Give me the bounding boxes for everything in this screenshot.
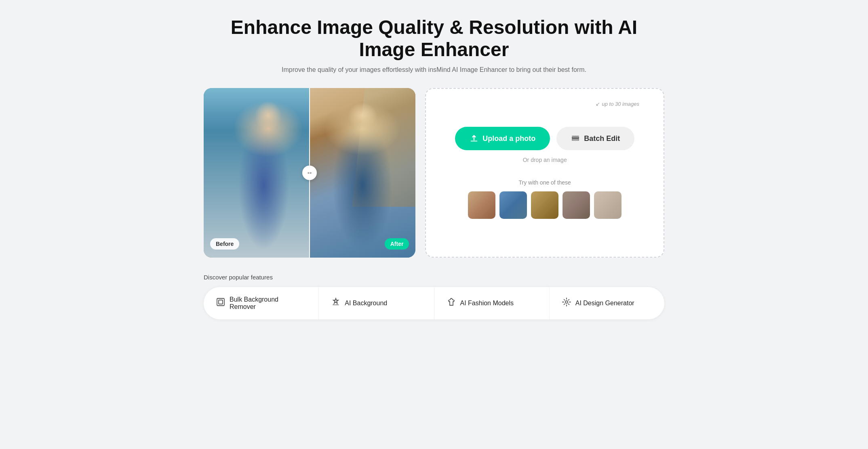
- sample-image-2[interactable]: [499, 191, 527, 219]
- title-line1: Enhance Image Quality & Resolution with …: [231, 17, 637, 38]
- bulk-bg-icon: [216, 297, 225, 309]
- svg-rect-1: [572, 138, 579, 139]
- feature-label-fashion: AI Fashion Models: [460, 300, 514, 307]
- page-title: Enhance Image Quality & Resolution with …: [204, 16, 664, 61]
- batch-edit-button[interactable]: Batch Edit: [556, 127, 634, 150]
- svg-rect-4: [217, 298, 224, 306]
- after-image: [310, 88, 415, 258]
- upload-icon: [470, 134, 478, 143]
- before-after-container: ↔ Before After: [204, 88, 415, 258]
- features-label: Discover popular features: [204, 274, 664, 281]
- sample-image-5[interactable]: [594, 191, 622, 219]
- divider-handle[interactable]: ↔: [302, 166, 317, 180]
- after-label: After: [385, 238, 409, 250]
- feature-ai-fashion[interactable]: AI Fashion Models: [434, 287, 550, 319]
- svg-rect-3: [572, 139, 579, 141]
- feature-ai-background[interactable]: AI Background: [319, 287, 434, 319]
- feature-ai-design[interactable]: AI Design Generator: [550, 287, 664, 319]
- svg-rect-5: [219, 300, 223, 304]
- svg-rect-2: [572, 136, 579, 137]
- feature-label-aibg: AI Background: [345, 300, 387, 307]
- main-content: ↔ Before After up to 30 images Upload a …: [204, 88, 664, 258]
- feature-bulk-bg-remover[interactable]: Bulk Background Remover: [204, 287, 319, 319]
- title-line2: Image Enhancer: [359, 39, 509, 60]
- feature-label-bulk: Bulk Background Remover: [230, 296, 306, 311]
- stack-icon: [571, 134, 580, 143]
- sample-image-4[interactable]: [563, 191, 590, 219]
- upload-photo-button[interactable]: Upload a photo: [455, 127, 550, 150]
- page-subtitle: Improve the quality of your images effor…: [204, 66, 664, 73]
- ai-bg-icon: [331, 297, 341, 309]
- upload-buttons: Upload a photo Batch Edit: [455, 127, 634, 150]
- drop-text: Or drop an image: [523, 157, 567, 163]
- try-text: Try with one of these: [518, 179, 571, 186]
- features-grid: Bulk Background Remover AI Background: [204, 287, 664, 319]
- up-to-label: up to 30 images: [596, 101, 639, 107]
- sample-image-1[interactable]: [468, 191, 495, 219]
- before-image: [204, 88, 310, 258]
- svg-point-6: [565, 301, 568, 303]
- upload-area: up to 30 images Upload a photo Batch: [425, 88, 664, 258]
- feature-label-design: AI Design Generator: [575, 300, 634, 307]
- ai-fashion-icon: [447, 297, 456, 309]
- before-label: Before: [210, 238, 239, 250]
- svg-rect-0: [471, 141, 478, 142]
- page-wrapper: Enhance Image Quality & Resolution with …: [204, 16, 664, 319]
- sample-images: [468, 191, 622, 219]
- page-header: Enhance Image Quality & Resolution with …: [204, 16, 664, 73]
- ai-design-icon: [562, 297, 571, 309]
- features-section: Discover popular features Bulk Backgroun…: [204, 274, 664, 319]
- sample-image-3[interactable]: [531, 191, 558, 219]
